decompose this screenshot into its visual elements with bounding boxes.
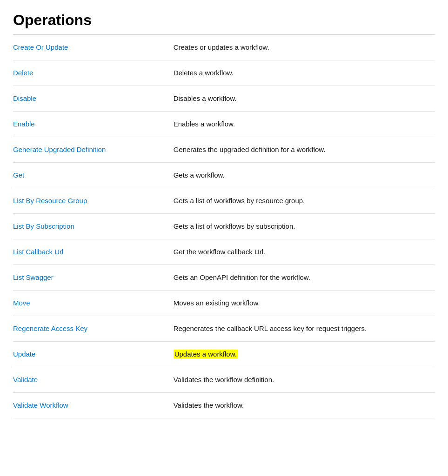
operation-link[interactable]: Validate [13, 376, 38, 383]
operation-description: Validates the workflow. [174, 393, 435, 418]
operation-link[interactable]: Update [13, 350, 35, 358]
operation-description: Get the workflow callback Url. [174, 239, 435, 265]
operation-link[interactable]: List Callback Url [13, 248, 63, 256]
table-row: EnableEnables a workflow. [13, 112, 435, 137]
operation-link[interactable]: Create Or Update [13, 43, 68, 51]
page-container: Operations Create Or UpdateCreates or up… [0, 0, 448, 437]
operation-description: Enables a workflow. [174, 112, 435, 137]
table-row: List By SubscriptionGets a list of workf… [13, 214, 435, 239]
operation-link[interactable]: Regenerate Access Key [13, 324, 87, 332]
table-row: List SwaggerGets an OpenAPI definition f… [13, 265, 435, 291]
table-row: UpdateUpdates a workflow. [13, 342, 435, 367]
table-row: GetGets a workflow. [13, 163, 435, 188]
table-row: DeleteDeletes a workflow. [13, 60, 435, 86]
operation-link[interactable]: Generate Upgraded Definition [13, 145, 106, 153]
highlighted-text: Updates a workflow. [174, 350, 238, 358]
operation-description: Gets a workflow. [174, 163, 435, 188]
operation-description: Deletes a workflow. [174, 60, 435, 86]
operation-link[interactable]: Disable [13, 94, 36, 102]
operation-description: Creates or updates a workflow. [174, 35, 435, 60]
operation-description: Generates the upgraded definition for a … [174, 137, 435, 163]
table-row: Generate Upgraded DefinitionGenerates th… [13, 137, 435, 163]
operation-link[interactable]: Delete [13, 69, 33, 77]
operation-description: Disables a workflow. [174, 86, 435, 112]
operation-description: Gets an OpenAPI definition for the workf… [174, 265, 435, 291]
operation-link[interactable]: List By Resource Group [13, 197, 87, 205]
operations-table: Create Or UpdateCreates or updates a wor… [13, 35, 435, 418]
operation-description: Gets a list of workflows by resource gro… [174, 188, 435, 214]
operation-description: Gets a list of workflows by subscription… [174, 214, 435, 239]
operation-description: Updates a workflow. [174, 342, 435, 367]
table-row: Regenerate Access KeyRegenerates the cal… [13, 316, 435, 342]
table-row: DisableDisables a workflow. [13, 86, 435, 112]
operation-link[interactable]: Get [13, 171, 24, 179]
operation-link[interactable]: List By Subscription [13, 222, 74, 230]
operation-link[interactable]: List Swagger [13, 273, 53, 281]
operation-link[interactable]: Move [13, 299, 30, 307]
page-title: Operations [13, 11, 435, 29]
operation-description: Regenerates the callback URL access key … [174, 316, 435, 342]
table-row: Create Or UpdateCreates or updates a wor… [13, 35, 435, 60]
operation-link[interactable]: Validate Workflow [13, 401, 68, 409]
table-row: MoveMoves an existing workflow. [13, 291, 435, 316]
table-row: List Callback UrlGet the workflow callba… [13, 239, 435, 265]
operation-description: Moves an existing workflow. [174, 291, 435, 316]
operation-description: Validates the workflow definition. [174, 367, 435, 393]
table-row: ValidateValidates the workflow definitio… [13, 367, 435, 393]
table-row: Validate WorkflowValidates the workflow. [13, 393, 435, 418]
operation-link[interactable]: Enable [13, 120, 35, 128]
table-row: List By Resource GroupGets a list of wor… [13, 188, 435, 214]
